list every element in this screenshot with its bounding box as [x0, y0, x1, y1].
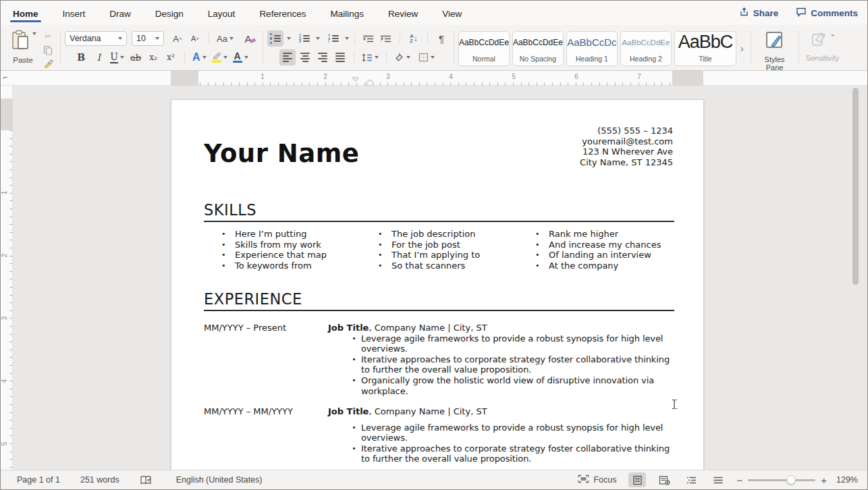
- paste-button[interactable]: Paste: [7, 30, 38, 64]
- entry-bullet: •Leverage agile frameworks to provide a …: [347, 333, 676, 354]
- numbering-button[interactable]: 123: [296, 30, 313, 47]
- entry-bullet: •Iterative approaches to corporate strat…: [347, 354, 676, 375]
- style-no-spacing[interactable]: AaBbCcDdEe No Spacing: [512, 31, 564, 66]
- entry-dates: MM/YYYY – Present: [204, 323, 328, 396]
- styles-pane-button[interactable]: Styles Pane: [755, 28, 794, 67]
- contact-block: (555) 555 – 1234 youremail@test.com 123 …: [580, 126, 673, 167]
- zoom-slider[interactable]: [748, 479, 815, 481]
- sensitivity-button: Sensitivity: [803, 28, 842, 67]
- borders-button[interactable]: [416, 49, 437, 65]
- tab-design[interactable]: Design: [154, 3, 185, 24]
- numbering-dropdown[interactable]: [316, 37, 320, 40]
- subscript-button[interactable]: x₂: [145, 49, 161, 65]
- cut-icon[interactable]: ✂: [40, 30, 56, 43]
- comments-button[interactable]: Comments: [796, 7, 858, 19]
- text-effects-button[interactable]: A: [190, 49, 209, 65]
- tab-home[interactable]: Home: [11, 3, 40, 24]
- contact-address: 123 N Wherever Ave: [580, 146, 673, 157]
- vertical-ruler[interactable]: 1 2 3 4 5: [1, 86, 13, 470]
- increase-indent-button[interactable]: [378, 30, 394, 47]
- left-indent-marker[interactable]: [366, 77, 373, 84]
- multilevel-dropdown[interactable]: [345, 37, 349, 40]
- shrink-font-button[interactable]: A˅: [187, 30, 203, 47]
- bullets-dropdown[interactable]: [287, 37, 291, 40]
- chevron-down-icon: [118, 37, 122, 40]
- decrease-indent-button[interactable]: [360, 30, 377, 47]
- zoom-out-button[interactable]: −: [736, 474, 742, 486]
- sort-button[interactable]: AZ↓: [406, 30, 422, 47]
- tab-selector-icon[interactable]: ⌐: [3, 73, 7, 81]
- zoom-percentage[interactable]: 129%: [832, 475, 858, 485]
- style-normal[interactable]: AaBbCcDdEe Normal: [458, 31, 510, 66]
- outline-view-button[interactable]: [682, 472, 700, 487]
- justify-button[interactable]: [332, 49, 348, 65]
- superscript-button[interactable]: x²: [163, 49, 179, 65]
- web-layout-view-button[interactable]: [655, 472, 673, 487]
- highlight-button[interactable]: [210, 49, 229, 65]
- font-name-select[interactable]: Verdana: [65, 31, 127, 46]
- page-indicator[interactable]: Page 1 of 1: [17, 475, 60, 485]
- grow-font-button[interactable]: A˄: [169, 30, 186, 47]
- shading-button[interactable]: [392, 49, 412, 65]
- zoom-slider-knob[interactable]: [786, 475, 796, 485]
- clipboard-icon: [10, 30, 30, 54]
- tab-review[interactable]: Review: [387, 3, 419, 24]
- sensitivity-icon: [810, 30, 829, 52]
- proofing-icon[interactable]: [140, 475, 152, 485]
- style-heading-2[interactable]: AaBbCcDdEe Heading 2: [620, 31, 672, 66]
- skills-column-2: •The job description •For the job post •…: [377, 229, 480, 271]
- skills-heading: SKILLS: [204, 201, 674, 222]
- draft-view-button[interactable]: [709, 472, 727, 487]
- tab-view[interactable]: View: [441, 3, 463, 24]
- zoom-in-button[interactable]: +: [821, 474, 827, 486]
- align-left-button[interactable]: [279, 49, 296, 65]
- entry-bullet: •Organically grow the holistic world vie…: [347, 375, 676, 396]
- share-icon: [739, 7, 749, 19]
- horizontal-ruler[interactable]: ⌐ 1 2 3 4 5 6 7: [1, 71, 867, 86]
- change-case-button[interactable]: Aa: [215, 30, 236, 47]
- menu-tabs: Home Insert Draw Design Layout Reference…: [11, 3, 463, 24]
- copy-icon[interactable]: [40, 44, 56, 56]
- underline-button[interactable]: U: [108, 49, 126, 65]
- align-center-button[interactable]: [297, 49, 313, 65]
- focus-button[interactable]: Focus: [578, 474, 616, 485]
- bullets-button[interactable]: [267, 30, 283, 47]
- bold-button[interactable]: B: [73, 49, 89, 65]
- strikethrough-button[interactable]: ab: [128, 49, 144, 65]
- tab-insert[interactable]: Insert: [61, 3, 87, 24]
- paragraph-group: 123 1ai AZ↓ ¶: [267, 28, 450, 67]
- tab-references[interactable]: References: [258, 3, 307, 24]
- tab-mailings[interactable]: Mailings: [329, 3, 365, 24]
- style-heading-1[interactable]: AaBbCcDc Heading 1: [566, 31, 618, 66]
- language-indicator[interactable]: English (United States): [176, 475, 263, 485]
- font-color-button[interactable]: A: [231, 49, 250, 65]
- tab-draw[interactable]: Draw: [108, 3, 132, 24]
- font-group: Verdana 10 A˄ A˅ Aa A B I U ab x₂ x² A: [65, 28, 259, 67]
- document-workspace: Your Name (555) 555 – 1234 youremail@tes…: [1, 86, 867, 470]
- vertical-scrollbar[interactable]: [852, 88, 859, 285]
- italic-button[interactable]: I: [90, 49, 107, 65]
- paste-dropdown-arrow[interactable]: [32, 32, 36, 35]
- show-formatting-button[interactable]: ¶: [433, 30, 450, 47]
- entry-bullet: •Leverage agile frameworks to provide a …: [347, 423, 676, 443]
- share-button[interactable]: Share: [739, 7, 779, 19]
- text-cursor-ibeam: [671, 399, 678, 412]
- style-title[interactable]: AaBbC Title: [674, 31, 736, 66]
- tab-layout[interactable]: Layout: [207, 3, 237, 24]
- resume-name: Your Name: [204, 139, 359, 168]
- align-right-button[interactable]: [315, 49, 331, 65]
- format-painter-icon[interactable]: [40, 57, 56, 70]
- font-size-select[interactable]: 10: [132, 31, 164, 46]
- line-spacing-button[interactable]: [360, 49, 381, 65]
- word-count[interactable]: 251 words: [80, 475, 119, 485]
- print-layout-view-button[interactable]: [628, 472, 646, 487]
- document-page[interactable]: Your Name (555) 555 – 1234 youremail@tes…: [171, 99, 704, 470]
- styles-gallery-more[interactable]: ›: [740, 43, 744, 54]
- first-line-indent-marker[interactable]: [352, 72, 358, 76]
- contact-phone: (555) 555 – 1234: [580, 126, 673, 136]
- clear-formatting-button[interactable]: A: [242, 30, 259, 47]
- chevron-down-icon: [155, 37, 159, 40]
- entry-bullet: •Iterative approaches to corporate strat…: [347, 443, 676, 464]
- multilevel-list-button[interactable]: 1ai: [325, 30, 342, 47]
- skills-column-3: •Rank me higher •And increase my chances…: [535, 229, 661, 271]
